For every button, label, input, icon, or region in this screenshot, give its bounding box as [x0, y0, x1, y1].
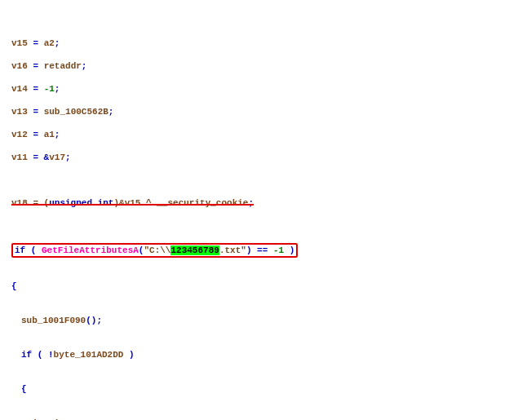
- code-line: v11 = &v17;: [3, 152, 522, 163]
- open-brace: {: [3, 281, 522, 292]
- code-line: v14 = -1;: [3, 83, 522, 95]
- code-line: v15 = a2;: [3, 38, 522, 49]
- open-brace: {: [3, 383, 522, 395]
- code-line: sub_1001F090();: [3, 315, 522, 326]
- code-line: v16 = retaddr;: [3, 60, 522, 72]
- function-call: GetFileAttributesA: [42, 245, 139, 255]
- code-line: v12 = a1;: [3, 129, 522, 140]
- highlighted-number: 123456789: [170, 245, 219, 255]
- highlighted-if-line: if ( GetFileAttributesA("C:\\123456789.t…: [3, 243, 522, 258]
- inner-if: if ( !byte_101AD2DD ): [3, 349, 522, 360]
- code-line: v13 = sub_100C562B;: [3, 106, 522, 117]
- decompiler-code: v15 = a2; v16 = retaddr; v14 = -1; v13 =…: [0, 0, 522, 420]
- struck-line: v18 = (unsigned int)&v15 ^ __security_co…: [3, 197, 522, 209]
